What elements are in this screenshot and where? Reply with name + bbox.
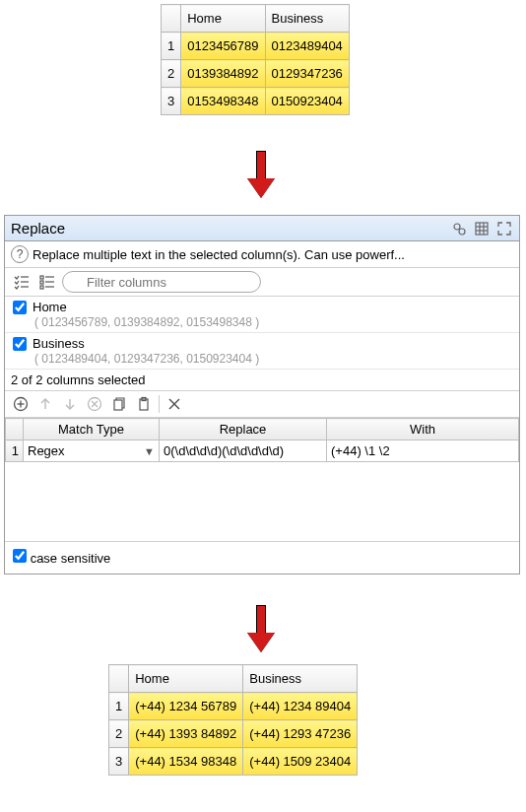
match-type-value: Regex — [28, 443, 65, 458]
checklist-icon[interactable] — [11, 272, 33, 292]
svg-rect-12 — [40, 281, 43, 284]
arrow-down-icon — [247, 151, 275, 200]
selected-count: 2 of 2 columns selected — [5, 370, 519, 391]
paste-button[interactable] — [132, 393, 156, 415]
rule-row: 1 Regex ▼ 0(\d\d\d\d)(\d\d\d\d\d) (+44) … — [6, 440, 519, 462]
table-row: 1 0123456789 0123489404 — [162, 33, 350, 60]
col-header[interactable]: Business — [265, 5, 349, 33]
cell[interactable]: 0153498348 — [181, 88, 265, 115]
case-sensitive-label[interactable]: case sensitive — [13, 551, 110, 566]
replace-panel: Replace ? Replace multiple text in the s… — [4, 215, 520, 575]
rules-table: Match Type Replace With 1 Regex ▼ 0(\d\d… — [5, 418, 519, 462]
table-row: 3 0153498348 0150923404 — [162, 88, 350, 115]
filter-input-wrap: ⌕ — [62, 271, 513, 293]
copy-button[interactable] — [107, 393, 131, 415]
rules-header[interactable]: Match Type — [24, 419, 160, 440]
cell[interactable]: 0139384892 — [181, 60, 265, 88]
description-row: ? Replace multiple text in the selected … — [5, 241, 519, 268]
table-row: 2 (+44) 1393 84892 (+44) 1293 47236 — [109, 720, 358, 748]
cell[interactable]: (+44) 1234 56789 — [129, 693, 243, 720]
column-name: Business — [33, 336, 85, 351]
cell[interactable]: 0150923404 — [265, 88, 349, 115]
panel-titlebar: Replace — [5, 216, 519, 241]
clear-button[interactable] — [163, 393, 186, 415]
table-row: 2 0139384892 0129347236 — [162, 60, 350, 88]
row-number: 3 — [162, 88, 181, 115]
svg-rect-24 — [114, 400, 122, 410]
cell[interactable]: (+44) 1234 89404 — [243, 693, 358, 720]
separator — [159, 395, 160, 413]
move-up-button[interactable] — [33, 393, 57, 415]
with-cell[interactable]: (+44) \1 \2 — [327, 440, 519, 462]
table-row: 3 (+44) 1534 98348 (+44) 1509 23404 — [109, 748, 358, 776]
table-row: 1 (+44) 1234 56789 (+44) 1234 89404 — [109, 693, 358, 720]
move-down-button[interactable] — [58, 393, 82, 415]
column-name: Home — [33, 300, 67, 314]
column-checkbox[interactable] — [13, 337, 27, 351]
rules-toolbar — [5, 391, 519, 418]
corner-cell — [162, 5, 181, 33]
column-samples: ( 0123489404, 0129347236, 0150923404 ) — [13, 352, 513, 366]
arrow-down-icon — [247, 605, 275, 654]
case-sensitive-checkbox[interactable] — [13, 549, 27, 563]
input-table: Home Business 1 0123456789 0123489404 2 … — [161, 4, 350, 115]
row-number: 3 — [109, 748, 129, 776]
panel-title: Replace — [11, 220, 447, 237]
rules-header[interactable]: With — [327, 419, 519, 440]
column-samples: ( 0123456789, 0139384892, 0153498348 ) — [13, 315, 513, 329]
case-sensitive-row: case sensitive — [5, 541, 519, 574]
match-type-cell[interactable]: Regex ▼ — [24, 440, 160, 462]
cell[interactable]: (+44) 1293 47236 — [243, 720, 358, 748]
col-header[interactable]: Business — [243, 665, 358, 693]
row-number: 1 — [109, 693, 129, 720]
remove-rule-button[interactable] — [83, 393, 106, 415]
svg-point-1 — [459, 229, 465, 235]
row-number: 1 — [6, 440, 24, 462]
rules-area: Match Type Replace With 1 Regex ▼ 0(\d\d… — [5, 418, 519, 541]
corner-cell — [6, 419, 24, 440]
cell[interactable]: (+44) 1509 23404 — [243, 748, 358, 776]
row-number: 1 — [162, 33, 181, 60]
case-sensitive-text: case sensitive — [31, 551, 111, 566]
rules-header[interactable]: Replace — [160, 419, 327, 440]
settings-icon[interactable] — [448, 219, 470, 238]
svg-rect-10 — [40, 276, 43, 279]
svg-rect-14 — [40, 286, 43, 289]
svg-point-0 — [454, 224, 460, 230]
output-table: Home Business 1 (+44) 1234 56789 (+44) 1… — [108, 664, 358, 776]
replace-cell[interactable]: 0(\d\d\d\d)(\d\d\d\d\d) — [160, 440, 327, 462]
cell[interactable]: 0129347236 — [265, 60, 349, 88]
cell[interactable]: (+44) 1393 84892 — [129, 720, 243, 748]
column-item: Business ( 0123489404, 0129347236, 01509… — [5, 333, 519, 370]
help-icon[interactable]: ? — [11, 245, 29, 263]
filter-row: ⌕ — [5, 268, 519, 297]
column-checkbox-label[interactable]: Business — [13, 336, 513, 351]
expand-icon[interactable] — [493, 219, 515, 238]
chevron-down-icon: ▼ — [144, 445, 155, 457]
cell[interactable]: (+44) 1534 98348 — [129, 748, 243, 776]
rules-empty-area — [5, 462, 519, 541]
col-header[interactable]: Home — [129, 665, 243, 693]
column-checkbox-label[interactable]: Home — [13, 300, 513, 314]
row-number: 2 — [162, 60, 181, 88]
column-item: Home ( 0123456789, 0139384892, 015349834… — [5, 297, 519, 333]
description-text: Replace multiple text in the selected co… — [33, 247, 513, 262]
column-checkbox[interactable] — [13, 301, 27, 314]
list-icon[interactable] — [36, 272, 58, 292]
cell[interactable]: 0123456789 — [181, 33, 265, 60]
row-number: 2 — [109, 720, 129, 748]
add-rule-button[interactable] — [9, 393, 33, 415]
cell[interactable]: 0123489404 — [265, 33, 349, 60]
col-header[interactable]: Home — [181, 5, 265, 33]
filter-columns-input[interactable] — [62, 271, 261, 293]
grid-icon[interactable] — [471, 219, 493, 238]
corner-cell — [109, 665, 129, 693]
svg-rect-2 — [476, 223, 488, 235]
